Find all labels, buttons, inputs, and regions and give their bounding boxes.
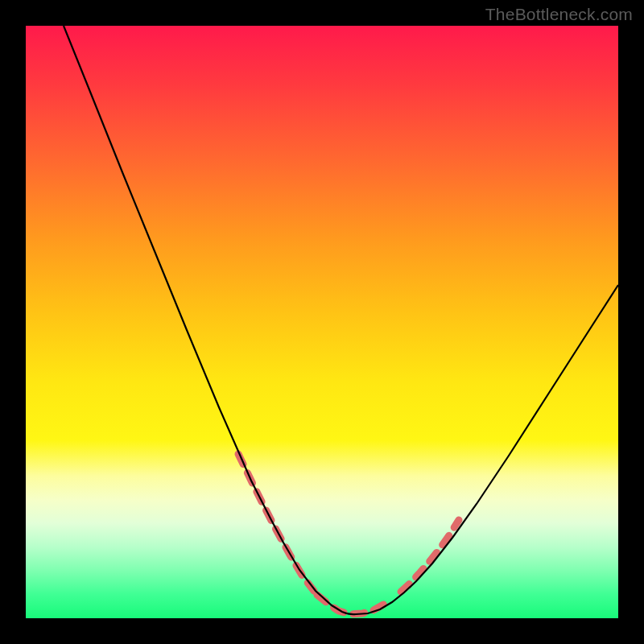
plot-area xyxy=(26,26,618,618)
curve-layer xyxy=(26,26,618,618)
chart-frame: TheBottleneck.com xyxy=(0,0,644,644)
dashed-overlay-group xyxy=(238,454,459,614)
dashed-right xyxy=(401,520,459,592)
curve-main xyxy=(64,26,618,614)
watermark-text: TheBottleneck.com xyxy=(485,5,633,24)
dashed-left xyxy=(238,454,314,591)
